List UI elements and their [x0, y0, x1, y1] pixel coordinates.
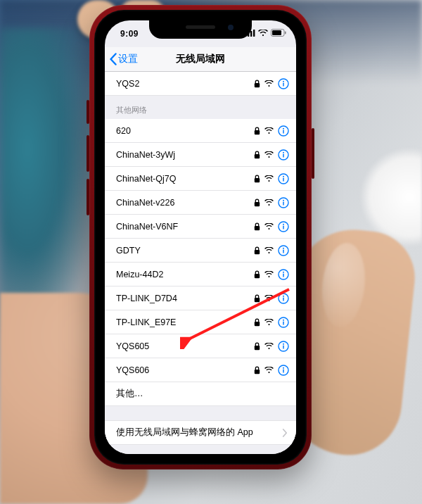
wifi-strength-icon	[264, 151, 274, 158]
wifi-network-row[interactable]: ChinaNet-3yWj	[105, 143, 296, 167]
network-name: ChinaNet-Qj7Q	[116, 174, 254, 184]
notch	[149, 20, 252, 39]
wifi-strength-icon	[264, 247, 274, 254]
svg-rect-5	[272, 30, 281, 35]
svg-rect-54	[283, 369, 284, 372]
wifi-network-row[interactable]: Meizu-44D2	[105, 263, 296, 286]
svg-rect-26	[283, 201, 284, 205]
svg-rect-27	[255, 226, 260, 230]
wifi-network-row[interactable]: 620	[105, 119, 296, 143]
wifi-network-row[interactable]: YQS2	[105, 72, 296, 96]
wifi-network-row[interactable]: ChinaNet-Qj7Q	[105, 167, 296, 191]
lock-icon	[254, 270, 260, 279]
info-icon[interactable]	[278, 221, 289, 232]
svg-rect-46	[283, 321, 284, 325]
svg-point-53	[283, 367, 284, 368]
svg-rect-43	[255, 322, 260, 326]
svg-rect-47	[255, 346, 260, 350]
screen: 9:09 设置 无线局域网 YQS2其他网络620ChinaNet-3yWjCh…	[105, 20, 296, 454]
network-name: ChinaNet-v226	[116, 198, 254, 208]
section-gap	[105, 445, 296, 454]
wifi-strength-icon	[264, 199, 274, 206]
svg-rect-23	[255, 202, 260, 206]
network-name: ChinaNet-V6NF	[116, 222, 254, 232]
wifi-network-row[interactable]: TP-LINK_E97E	[105, 310, 296, 334]
wifi-network-row[interactable]: TP-LINK_D7D4	[105, 286, 296, 310]
svg-point-17	[283, 151, 284, 153]
network-name: YQS606	[116, 365, 254, 375]
svg-rect-51	[255, 370, 260, 374]
lock-icon	[254, 175, 260, 183]
svg-point-41	[283, 295, 284, 296]
svg-point-9	[283, 80, 284, 82]
info-icon[interactable]	[278, 341, 289, 352]
info-icon[interactable]	[278, 269, 289, 280]
lock-icon	[254, 366, 260, 374]
wifi-list[interactable]: YQS2其他网络620ChinaNet-3yWjChinaNet-Qj7QChi…	[105, 72, 296, 454]
info-icon[interactable]	[278, 149, 289, 160]
wifi-strength-icon	[264, 343, 274, 350]
svg-rect-22	[283, 177, 284, 181]
svg-rect-3	[253, 30, 255, 37]
svg-rect-35	[255, 274, 260, 278]
svg-point-29	[283, 223, 284, 225]
lock-icon	[254, 222, 260, 231]
chevron-right-icon	[282, 429, 288, 437]
svg-point-25	[283, 199, 284, 201]
network-name: Meizu-44D2	[116, 270, 254, 279]
wifi-strength-icon	[264, 271, 274, 278]
back-label: 设置	[118, 53, 138, 65]
wifi-strength-icon	[264, 295, 274, 302]
info-icon[interactable]	[278, 293, 289, 304]
wifi-network-row[interactable]: GDTY	[105, 239, 296, 263]
info-icon[interactable]	[278, 125, 289, 137]
network-name: 620	[116, 126, 254, 136]
info-icon[interactable]	[278, 317, 289, 328]
svg-point-13	[283, 127, 284, 129]
svg-point-49	[283, 343, 284, 344]
svg-rect-30	[283, 225, 284, 229]
wifi-strength-icon	[264, 223, 274, 230]
battery-icon	[271, 29, 286, 37]
apps-using-wlan-row[interactable]: 使用无线局域网与蜂窝网络的 App	[105, 420, 296, 445]
wifi-network-row[interactable]: YQS605	[105, 334, 296, 358]
info-icon[interactable]	[278, 197, 289, 208]
iphone-frame: 9:09 设置 无线局域网 YQS2其他网络620ChinaNet-3yWjCh…	[89, 5, 312, 470]
wifi-network-row[interactable]: YQS606	[105, 358, 296, 382]
network-name: GDTY	[116, 246, 254, 256]
lock-icon	[254, 318, 260, 327]
wifi-network-row[interactable]: ChinaNet-V6NF	[105, 215, 296, 239]
other-label: 其他…	[116, 388, 289, 400]
svg-point-45	[283, 319, 284, 320]
lock-icon	[254, 199, 260, 207]
network-name: TP-LINK_D7D4	[116, 294, 254, 303]
back-button[interactable]: 设置	[109, 47, 138, 71]
svg-rect-11	[255, 130, 260, 134]
lock-icon	[254, 294, 260, 303]
section-gap	[105, 406, 296, 420]
other-network-row[interactable]: 其他…	[105, 382, 296, 406]
svg-rect-38	[283, 273, 284, 277]
svg-rect-42	[283, 297, 284, 301]
lock-icon	[254, 127, 260, 135]
wifi-network-row[interactable]: ChinaNet-v226	[105, 191, 296, 215]
network-name: ChinaNet-3yWj	[116, 150, 254, 160]
network-name: YQS2	[116, 79, 254, 89]
svg-rect-10	[283, 82, 284, 86]
svg-rect-7	[255, 83, 260, 87]
svg-rect-31	[255, 250, 260, 254]
wifi-strength-icon	[264, 175, 274, 182]
info-icon[interactable]	[278, 365, 289, 376]
svg-point-33	[283, 247, 284, 248]
info-icon[interactable]	[278, 245, 289, 256]
wifi-strength-icon	[264, 319, 274, 326]
svg-point-21	[283, 175, 284, 177]
info-icon[interactable]	[278, 78, 289, 89]
chevron-left-icon	[109, 53, 117, 65]
wifi-strength-icon	[264, 127, 274, 134]
status-time: 9:09	[120, 29, 139, 39]
svg-rect-39	[255, 298, 260, 302]
svg-rect-2	[250, 31, 252, 37]
info-icon[interactable]	[278, 173, 289, 184]
svg-rect-34	[283, 249, 284, 253]
